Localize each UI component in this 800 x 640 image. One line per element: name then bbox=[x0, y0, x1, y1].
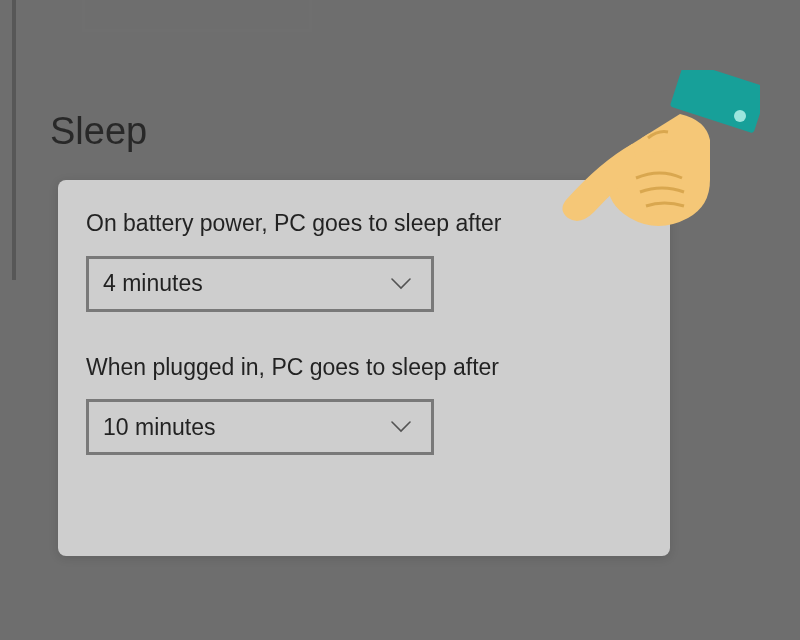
partial-top-dropdown[interactable] bbox=[82, 0, 312, 32]
plugged-sleep-label: When plugged in, PC goes to sleep after bbox=[86, 354, 642, 382]
plugged-sleep-value: 10 minutes bbox=[103, 414, 216, 441]
chevron-down-icon bbox=[391, 278, 411, 290]
sleep-settings-card: On battery power, PC goes to sleep after… bbox=[58, 180, 670, 556]
battery-sleep-setting: On battery power, PC goes to sleep after… bbox=[86, 210, 642, 312]
chevron-down-icon bbox=[391, 421, 411, 433]
plugged-sleep-dropdown[interactable]: 10 minutes bbox=[86, 399, 434, 455]
battery-sleep-value: 4 minutes bbox=[103, 270, 203, 297]
battery-sleep-dropdown[interactable]: 4 minutes bbox=[86, 256, 434, 312]
left-accent-bar bbox=[12, 0, 16, 280]
svg-rect-0 bbox=[670, 70, 760, 133]
battery-sleep-label: On battery power, PC goes to sleep after bbox=[86, 210, 642, 238]
plugged-sleep-setting: When plugged in, PC goes to sleep after … bbox=[86, 354, 642, 456]
svg-point-1 bbox=[734, 110, 746, 122]
section-heading-sleep: Sleep bbox=[50, 110, 147, 153]
